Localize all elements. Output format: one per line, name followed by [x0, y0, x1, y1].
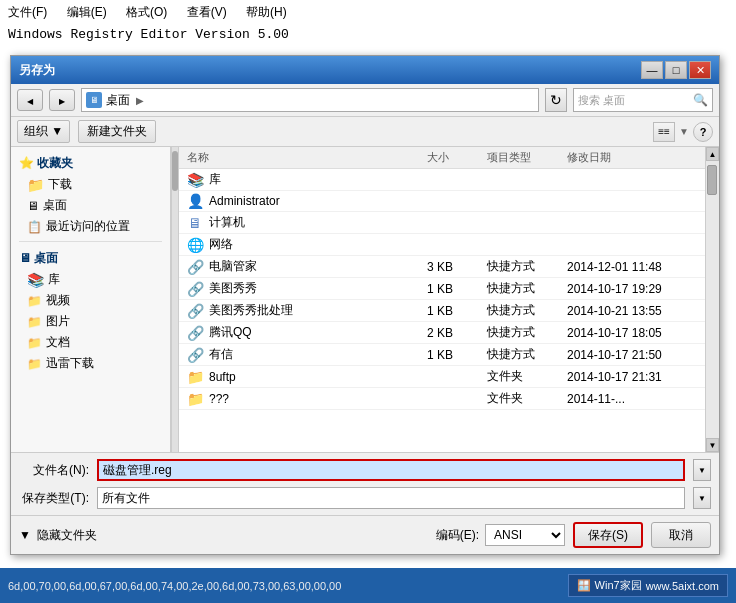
- file-size: 1 KB: [427, 304, 487, 318]
- refresh-button[interactable]: [545, 88, 567, 112]
- file-type-icon: 📚: [187, 172, 203, 188]
- sidebar-item-video-label: 视频: [46, 292, 70, 309]
- help-button[interactable]: ?: [693, 122, 713, 142]
- cancel-button[interactable]: 取消: [651, 522, 711, 548]
- refresh-icon: [550, 92, 562, 108]
- forward-button[interactable]: [49, 89, 75, 111]
- table-row[interactable]: 👤 Administrator: [179, 191, 705, 212]
- file-name: 有信: [209, 346, 233, 363]
- desktop-section[interactable]: 🖥 桌面: [11, 246, 170, 269]
- filetype-label: 保存类型(T):: [19, 490, 89, 507]
- dropdown-arrow-icon: [698, 465, 706, 475]
- col-name[interactable]: 名称: [187, 150, 427, 165]
- search-icon[interactable]: 🔍: [693, 93, 708, 107]
- location-toolbar: 🖥 桌面 ▶ 搜索 桌面 🔍: [11, 84, 719, 117]
- file-type: 快捷方式: [487, 302, 567, 319]
- desktop-section-label: 桌面: [34, 251, 58, 265]
- sidebar-scrollbar[interactable]: [171, 147, 179, 452]
- video-icon: 📁: [27, 294, 42, 308]
- file-type-icon: 🔗: [187, 281, 203, 297]
- view-dropdown[interactable]: ▼: [679, 126, 689, 137]
- save-as-dialog: 另存为 — □ ✕ 🖥 桌面 ▶ 搜索 桌面 🔍 组织 ▼: [10, 55, 720, 555]
- file-list-header: 名称 大小 项目类型 修改日期: [179, 147, 705, 169]
- col-size[interactable]: 大小: [427, 150, 487, 165]
- file-type-icon: 🌐: [187, 237, 203, 253]
- favorites-section[interactable]: ⭐ 收藏夹: [11, 151, 170, 174]
- sidebar-item-desktop[interactable]: 🖥 桌面: [11, 195, 170, 216]
- filename-input[interactable]: [97, 459, 685, 481]
- table-row[interactable]: 🔗 美图秀秀 1 KB 快捷方式 2014-10-17 19:29: [179, 278, 705, 300]
- app-title: Windows Registry Editor Version 5.00: [8, 25, 728, 46]
- encoding-label: 编码(E):: [436, 527, 479, 544]
- file-type-icon: 🖥: [187, 215, 203, 231]
- file-name: 电脑管家: [209, 258, 257, 275]
- sidebar-item-pictures[interactable]: 📁 图片: [11, 311, 170, 332]
- win7-badge: 🪟 Win7家园 www.5aixt.com: [568, 574, 728, 597]
- sidebar: ⭐ 收藏夹 📁 下载 🖥 桌面 📋 最近访问的位置 🖥 桌面 📚: [11, 147, 171, 452]
- menu-view[interactable]: 查看(V): [187, 5, 227, 19]
- table-row[interactable]: 🔗 美图秀秀批处理 1 KB 快捷方式 2014-10-21 13:55: [179, 300, 705, 322]
- close-button[interactable]: ✕: [689, 61, 711, 79]
- table-row[interactable]: 🌐 网络: [179, 234, 705, 256]
- sidebar-item-recent[interactable]: 📋 最近访问的位置: [11, 216, 170, 237]
- menu-format[interactable]: 格式(O): [126, 5, 167, 19]
- sidebar-item-download[interactable]: 📁 下载: [11, 174, 170, 195]
- menu-file[interactable]: 文件(F): [8, 5, 47, 19]
- encoding-select[interactable]: ANSI UTF-8 Unicode: [485, 524, 565, 546]
- maximize-button[interactable]: □: [665, 61, 687, 79]
- filename-dropdown-button[interactable]: [693, 459, 711, 481]
- desktop-section-icon: 🖥: [19, 251, 31, 265]
- menu-help[interactable]: 帮助(H): [246, 5, 287, 19]
- cancel-label: 取消: [669, 528, 693, 542]
- new-folder-button[interactable]: 新建文件夹: [78, 120, 156, 143]
- thunder-icon: 📁: [27, 357, 42, 371]
- scroll-down-button[interactable]: ▼: [706, 438, 719, 452]
- minimize-button[interactable]: —: [641, 61, 663, 79]
- table-row[interactable]: 🖥 计算机: [179, 212, 705, 234]
- file-size: 2 KB: [427, 326, 487, 340]
- status-bar: 6d,00,70,00,6d,00,67,00,6d,00,74,00,2e,0…: [0, 568, 736, 603]
- win7-icon: 🪟: [577, 579, 591, 592]
- location-bar[interactable]: 🖥 桌面 ▶: [81, 88, 539, 112]
- scroll-thumb: [707, 165, 717, 195]
- hide-folders-button[interactable]: ▼ 隐藏文件夹: [19, 527, 97, 544]
- save-button[interactable]: 保存(S): [573, 522, 643, 548]
- file-type-icon: 🔗: [187, 259, 203, 275]
- back-button[interactable]: [17, 89, 43, 111]
- filetype-select[interactable]: 所有文件: [97, 487, 685, 509]
- sidebar-item-lib[interactable]: 📚 库: [11, 269, 170, 290]
- sidebar-item-thunder[interactable]: 📁 迅雷下载: [11, 353, 170, 374]
- right-scrollbar[interactable]: ▲ ▼: [705, 147, 719, 452]
- file-type: 快捷方式: [487, 324, 567, 341]
- col-date[interactable]: 修改日期: [567, 150, 697, 165]
- sidebar-item-video[interactable]: 📁 视频: [11, 290, 170, 311]
- menu-edit[interactable]: 编辑(E): [67, 5, 107, 19]
- favorites-icon: ⭐: [19, 156, 34, 170]
- table-row[interactable]: 🔗 有信 1 KB 快捷方式 2014-10-17 21:50: [179, 344, 705, 366]
- pictures-icon: 📁: [27, 315, 42, 329]
- sidebar-item-docs[interactable]: 📁 文档: [11, 332, 170, 353]
- file-date: 2014-12-01 11:48: [567, 260, 697, 274]
- scroll-up-button[interactable]: ▲: [706, 147, 719, 161]
- file-type: 快捷方式: [487, 258, 567, 275]
- bottom-controls: 文件名(N): 保存类型(T): 所有文件: [11, 452, 719, 515]
- sidebar-item-download-label: 下载: [48, 176, 72, 193]
- table-row[interactable]: 📁 ??? 文件夹 2014-11-...: [179, 388, 705, 410]
- col-type[interactable]: 项目类型: [487, 150, 567, 165]
- filetype-dropdown-button[interactable]: [693, 487, 711, 509]
- desktop-icon: 🖥: [86, 92, 102, 108]
- menubar[interactable]: 文件(F) 编辑(E) 格式(O) 查看(V) 帮助(H): [8, 4, 728, 21]
- sidebar-item-pictures-label: 图片: [46, 313, 70, 330]
- table-row[interactable]: 📁 8uftp 文件夹 2014-10-17 21:31: [179, 366, 705, 388]
- table-row[interactable]: 🔗 腾讯QQ 2 KB 快捷方式 2014-10-17 18:05: [179, 322, 705, 344]
- favorites-label: 收藏夹: [37, 156, 73, 170]
- search-placeholder: 搜索 桌面: [578, 93, 689, 108]
- title-bar-controls: — □ ✕: [641, 61, 711, 79]
- organize-button[interactable]: 组织 ▼: [17, 120, 70, 143]
- table-row[interactable]: 🔗 电脑管家 3 KB 快捷方式 2014-12-01 11:48: [179, 256, 705, 278]
- file-type-icon: 🔗: [187, 347, 203, 363]
- view-toggle-button[interactable]: ≡≡: [653, 122, 675, 142]
- file-type-icon: 🔗: [187, 325, 203, 341]
- search-box[interactable]: 搜索 桌面 🔍: [573, 88, 713, 112]
- table-row[interactable]: 📚 库: [179, 169, 705, 191]
